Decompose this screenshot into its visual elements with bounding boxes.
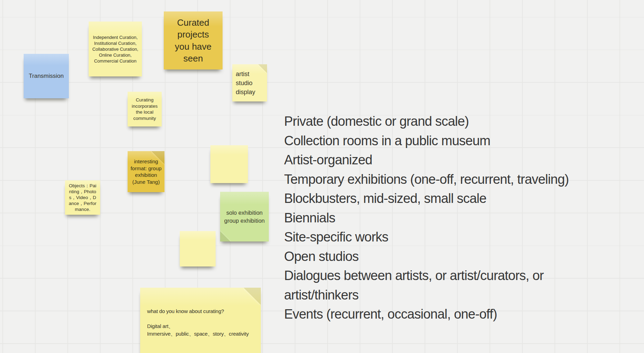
text-line: Biennials [284,208,611,228]
sticky-note-text: Transmission [29,73,64,80]
text-line: Open studios [284,247,611,266]
folded-corner [258,64,267,73]
text-line: Site-specific works [284,228,611,247]
sticky-note-solo-group-exhibition[interactable]: solo exhibition group exhibition [220,192,269,241]
sticky-note-curating-question[interactable]: what do you know about curating? Digital… [140,288,261,353]
sticky-note-text: Objects：Painting，Photos，Video，Dance，Perf… [68,183,97,212]
sticky-note-local-community[interactable]: Curating incorporates the local communit… [128,92,162,126]
folded-corner [220,231,231,241]
text-line: Blockbusters, mid-sized, small scale [284,189,611,208]
sticky-note-text: Curated projects you have seen [175,17,212,65]
sticky-note-blank[interactable] [210,145,248,183]
text-line: Events (recurrent, occasional, one-off) [284,305,611,324]
sticky-note-text: interesting format: group exhibition (Ju… [130,158,161,185]
text-line: Temporary exhibitions (one-off, recurren… [284,170,611,189]
sticky-note-curation-types[interactable]: Independent Curation, Institutional Cura… [89,22,142,76]
text-line: Private (domestic or grand scale) [284,112,611,131]
text-line: Dialogues between artists, or artist/cur… [284,266,611,305]
sticky-note-text: Independent Curation, Institutional Cura… [92,34,138,64]
sticky-note-text: solo exhibition group exhibition [224,209,265,225]
sticky-note-transmission[interactable]: Transmission [24,54,69,98]
text-line: Artist-organized [284,150,611,170]
text-line: Collection rooms in a public museum [284,131,611,151]
sticky-note-blank[interactable] [180,231,216,266]
exhibition-formats-text-block[interactable]: Private (domestic or grand scale) Collec… [284,112,611,324]
sticky-note-curated-projects[interactable]: Curated projects you have seen [164,11,223,69]
sticky-note-text: Curating incorporates the local communit… [132,97,158,121]
sticky-note-interesting-format[interactable]: interesting format: group exhibition (Ju… [128,151,164,192]
sticky-note-text: what do you know about curating? Digital… [147,307,249,337]
sticky-note-text: artist studio display [236,69,255,97]
sticky-note-artist-studio-display[interactable]: artist studio display [232,64,267,101]
folded-corner [243,288,261,305]
whiteboard-canvas[interactable]: Transmission Independent Curation, Insti… [0,0,644,353]
sticky-note-objects[interactable]: Objects：Painting，Photos，Video，Dance，Perf… [65,180,100,215]
